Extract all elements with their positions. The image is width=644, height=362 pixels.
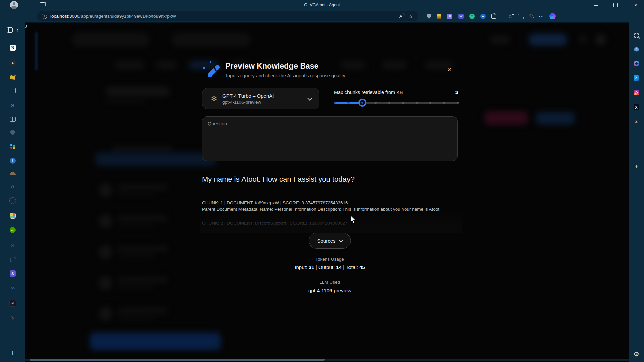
close-modal-button[interactable]: ✕ — [445, 65, 454, 74]
llm-used-value: gpt-4-1106-preview — [308, 288, 351, 293]
question-box — [202, 116, 458, 161]
question-input[interactable] — [202, 116, 458, 161]
search-icon[interactable] — [634, 33, 639, 38]
vercel-app-icon[interactable]: ▲ — [9, 59, 16, 66]
address-bar[interactable]: i localhost:3000/app/eu/agents/8lda9y1bt… — [37, 11, 418, 21]
sidebar-divider — [6, 344, 19, 344]
slider-tick — [334, 102, 336, 104]
browser-essentials-icon[interactable]: ♡ — [529, 14, 533, 19]
shield-extension-icon[interactable] — [427, 14, 431, 19]
panel-divider-line — [123, 22, 123, 362]
chevron-down-icon — [339, 238, 343, 243]
modal-subtitle: Input a query and check the AI agent's r… — [226, 73, 346, 78]
answer-text: My name is Atoot. How can I assist you t… — [202, 175, 460, 184]
url-path: /app/eu/agents/8lda9y1bti49ew1/kb/fo89nx… — [79, 14, 176, 19]
starburst-app-icon[interactable]: ✳ — [11, 315, 15, 321]
minimize-button[interactable]: — — [588, 0, 604, 10]
collapse-sidebar-chevron[interactable]: ‹ — [17, 26, 19, 34]
azure-app-icon[interactable]: A — [11, 183, 15, 189]
model-name: GPT-4 Turbo – OpenAI — [222, 93, 274, 99]
stripe-app-icon[interactable]: S — [10, 270, 16, 277]
chevrons-faint-app-icon[interactable]: » — [11, 241, 15, 249]
slider-tick — [347, 102, 350, 104]
slider-value: 3 — [455, 89, 458, 95]
microsoft365-icon[interactable] — [634, 61, 639, 66]
url-host: localhost:3000 — [50, 14, 79, 19]
outlook-icon[interactable]: o — [634, 75, 639, 81]
slider-tick — [402, 102, 404, 104]
screen-share-app-icon[interactable] — [10, 88, 16, 93]
collections-icon[interactable] — [518, 14, 523, 18]
close-window-button[interactable]: ✕ — [628, 0, 643, 10]
tokens-usage-title: Tokens Usage — [315, 257, 344, 262]
window-title: VGAtoot - Agent — [310, 3, 340, 7]
slider-tick — [457, 102, 459, 104]
ring-app-icon[interactable] — [9, 197, 16, 204]
browser-window: G VGAtoot - Agent — ✕ ← ↻ i localhost:30… — [0, 0, 644, 362]
slider-header: Max chunks retrievable from KB 3 — [334, 89, 458, 95]
model-version: gpt-4-1106-preview — [222, 100, 274, 105]
right-sidebar-add-button[interactable]: + — [629, 163, 644, 170]
mouse-cursor — [350, 215, 356, 224]
read-aloud-icon[interactable]: A — [399, 14, 402, 19]
meta-app-icon[interactable]: ∞ — [11, 285, 15, 292]
w-extension-icon[interactable]: W — [458, 14, 464, 19]
add-favorite-icon[interactable]: ☆ — [409, 13, 413, 19]
openai-logo-icon: ✻ — [209, 94, 219, 104]
chunks-fade-overlay — [200, 210, 462, 233]
puzzle-extensions-icon[interactable] — [491, 14, 496, 19]
mound-app-icon[interactable] — [10, 172, 16, 175]
tiktok-icon[interactable]: ♪ — [635, 119, 638, 124]
leaf-extension-icon[interactable]: ▾ — [469, 14, 475, 19]
restore-button[interactable] — [608, 0, 623, 10]
map-app-icon[interactable] — [10, 75, 16, 80]
cube-app-icon[interactable] — [10, 257, 16, 262]
favorites-bar-icon[interactable]: ☆ — [508, 13, 512, 19]
photos-app-icon[interactable] — [10, 213, 16, 219]
clipchamp-extension-icon[interactable] — [447, 14, 452, 19]
horizontal-scrollbar-thumb[interactable] — [30, 359, 325, 361]
magic-wand-icon: ✦ ✦ ✦ — [202, 61, 221, 81]
right-sidebar: oX♪ + ⚙ — [629, 22, 644, 362]
restore-icon — [613, 3, 618, 7]
max-chunks-slider[interactable] — [335, 98, 458, 107]
sidebar-panel-icon[interactable] — [7, 27, 13, 33]
llm-used-title: LLM Used — [319, 280, 340, 285]
chunk-meta: CHUNK: 1 | DOCUMENT: fo89nxrpxW | SCORE:… — [202, 200, 453, 206]
facebook-app-icon[interactable]: f — [10, 158, 16, 164]
shopping-icon[interactable] — [633, 46, 639, 52]
chevrons-app-icon[interactable]: » — [11, 101, 15, 109]
right-sidebar-bottom-divider — [632, 346, 641, 346]
extensions-row: W▾▶☆♡⋯ — [427, 11, 556, 21]
grid-app-icon[interactable] — [10, 117, 16, 122]
notes-extension-icon[interactable] — [437, 14, 441, 19]
window-title-wrap: G VGAtoot - Agent — [0, 0, 644, 10]
toolbar-divider — [502, 13, 502, 19]
shield-app-icon[interactable] — [10, 130, 15, 135]
copilot-icon[interactable] — [549, 13, 556, 19]
more-menu-icon[interactable]: ⋯ — [539, 13, 544, 19]
modal-title: Preview Knowledge Base — [225, 62, 318, 71]
close-icon: ✕ — [447, 67, 451, 73]
add-app-button[interactable]: + — [0, 349, 25, 357]
snowflake-app-icon[interactable]: ✳ — [9, 300, 16, 307]
slider-tick — [361, 102, 363, 104]
sources-button[interactable]: Sources — [309, 233, 351, 249]
instagram-icon[interactable] — [634, 90, 639, 95]
slider-tick — [416, 102, 418, 104]
play-extension-icon[interactable]: ▶ — [480, 14, 486, 19]
upwork-app-icon[interactable]: up — [10, 227, 16, 233]
left-sidebar: ‹ N▲»fAup»S∞✳✳ + — [0, 22, 25, 362]
site-info-icon[interactable]: i — [42, 14, 47, 19]
title-bar: G VGAtoot - Agent — ✕ — [0, 0, 644, 10]
chevron-down-icon — [307, 96, 313, 101]
favicon: G — [304, 3, 307, 7]
notion-app-icon[interactable]: N — [10, 45, 16, 51]
model-select-dropdown[interactable]: ✻ GPT-4 Turbo – OpenAI gpt-4-1106-previe… — [202, 88, 319, 109]
right-sidebar-divider — [632, 157, 641, 157]
slack-app-icon[interactable] — [10, 144, 15, 149]
tokens-usage-values: Input: 31 | Output: 14 | Total: 45 — [294, 264, 365, 270]
settings-gear-icon[interactable]: ⚙ — [629, 350, 644, 358]
panel-divider-line — [537, 22, 537, 362]
x-icon[interactable]: X — [634, 104, 639, 110]
